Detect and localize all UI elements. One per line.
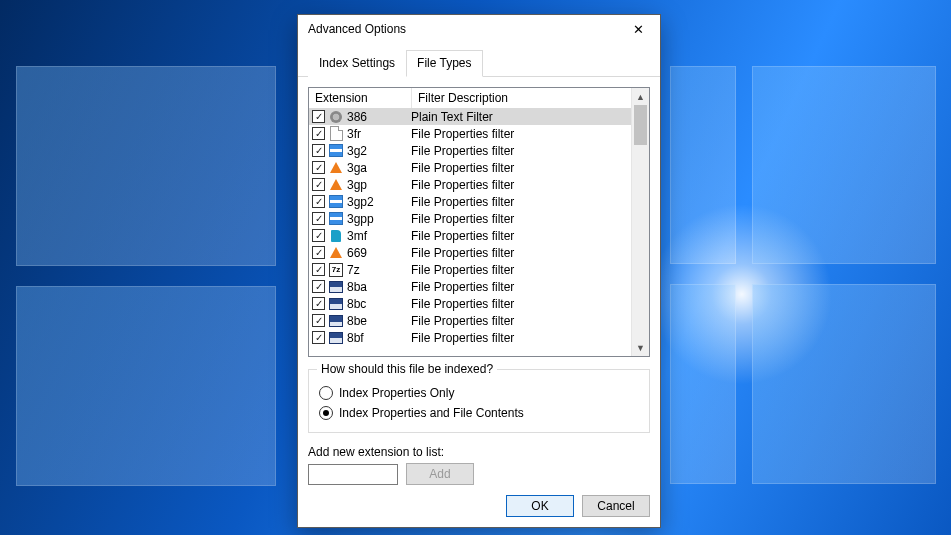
extension-cell: 3gp: [347, 178, 405, 192]
extension-cell: 3mf: [347, 229, 405, 243]
list-rows: ✓386Plain Text Filter✓3frFile Properties…: [309, 108, 631, 346]
checkbox[interactable]: ✓: [312, 331, 325, 344]
table-row[interactable]: ✓8bcFile Properties filter: [309, 295, 631, 312]
button-label: Cancel: [597, 499, 634, 513]
file-types-list[interactable]: Extension Filter Description ✓386Plain T…: [308, 87, 650, 357]
ok-button[interactable]: OK: [506, 495, 574, 517]
tab-label: File Types: [417, 56, 471, 70]
desktop-background: Advanced Options ✕ Index Settings File T…: [0, 0, 951, 535]
column-header-extension[interactable]: Extension: [309, 88, 412, 108]
description-cell: File Properties filter: [405, 314, 631, 328]
file-type-icon: [328, 297, 344, 311]
description-cell: File Properties filter: [405, 280, 631, 294]
description-cell: File Properties filter: [405, 195, 631, 209]
bg-pane: [16, 66, 276, 266]
checkbox[interactable]: ✓: [312, 144, 325, 157]
radio-label: Index Properties Only: [339, 386, 454, 400]
tab-content: Extension Filter Description ✓386Plain T…: [298, 77, 660, 485]
scroll-thumb[interactable]: [634, 105, 647, 145]
file-type-icon: [328, 280, 344, 294]
file-type-icon: [328, 110, 344, 124]
file-type-icon: [328, 212, 344, 226]
checkbox[interactable]: ✓: [312, 229, 325, 242]
radio-properties-only[interactable]: Index Properties Only: [319, 386, 639, 400]
cancel-button[interactable]: Cancel: [582, 495, 650, 517]
checkbox[interactable]: ✓: [312, 178, 325, 191]
extension-cell: 386: [347, 110, 405, 124]
file-type-icon: [328, 314, 344, 328]
checkbox[interactable]: ✓: [312, 263, 325, 276]
extension-cell: 8be: [347, 314, 405, 328]
column-header-description[interactable]: Filter Description: [412, 88, 631, 108]
table-row[interactable]: ✓386Plain Text Filter: [309, 108, 631, 125]
scroll-down-arrow-icon[interactable]: ▼: [632, 339, 649, 356]
extension-cell: 3gp2: [347, 195, 405, 209]
description-cell: File Properties filter: [405, 178, 631, 192]
checkbox[interactable]: ✓: [312, 280, 325, 293]
tab-index-settings[interactable]: Index Settings: [308, 50, 406, 77]
checkbox[interactable]: ✓: [312, 212, 325, 225]
table-row[interactable]: ✓7z7zFile Properties filter: [309, 261, 631, 278]
extension-cell: 8bc: [347, 297, 405, 311]
table-row[interactable]: ✓8bfFile Properties filter: [309, 329, 631, 346]
add-extension-input[interactable]: [308, 464, 398, 485]
checkbox[interactable]: ✓: [312, 314, 325, 327]
radio-label: Index Properties and File Contents: [339, 406, 524, 420]
description-cell: Plain Text Filter: [405, 110, 631, 124]
tab-strip: Index Settings File Types: [298, 43, 660, 77]
file-type-icon: [328, 144, 344, 158]
button-label: Add: [429, 467, 450, 481]
table-row[interactable]: ✓3gppFile Properties filter: [309, 210, 631, 227]
bg-pane: [16, 286, 276, 486]
add-extension-label: Add new extension to list:: [308, 445, 650, 459]
window-title: Advanced Options: [308, 22, 618, 36]
index-mode-group: How should this file be indexed? Index P…: [308, 369, 650, 433]
dialog-footer: OK Cancel: [298, 485, 660, 527]
extension-cell: 8ba: [347, 280, 405, 294]
file-type-icon: [328, 246, 344, 260]
add-button[interactable]: Add: [406, 463, 474, 485]
checkbox[interactable]: ✓: [312, 297, 325, 310]
table-row[interactable]: ✓3gpFile Properties filter: [309, 176, 631, 193]
table-row[interactable]: ✓3frFile Properties filter: [309, 125, 631, 142]
file-type-icon: [328, 195, 344, 209]
table-row[interactable]: ✓8beFile Properties filter: [309, 312, 631, 329]
bg-pane: [670, 66, 736, 264]
extension-cell: 3g2: [347, 144, 405, 158]
tab-file-types[interactable]: File Types: [406, 50, 482, 77]
vertical-scrollbar[interactable]: ▲ ▼: [631, 88, 649, 356]
advanced-options-dialog: Advanced Options ✕ Index Settings File T…: [297, 14, 661, 528]
bg-pane: [752, 284, 936, 484]
list-inner: Extension Filter Description ✓386Plain T…: [309, 88, 631, 356]
bg-pane: [670, 284, 736, 484]
radio-properties-and-contents[interactable]: Index Properties and File Contents: [319, 406, 639, 420]
checkbox[interactable]: ✓: [312, 246, 325, 259]
file-type-icon: [328, 127, 344, 141]
close-button[interactable]: ✕: [618, 15, 658, 43]
button-label: OK: [531, 499, 548, 513]
close-icon: ✕: [633, 22, 644, 37]
table-row[interactable]: ✓3g2File Properties filter: [309, 142, 631, 159]
file-type-icon: [328, 331, 344, 345]
checkbox[interactable]: ✓: [312, 110, 325, 123]
file-type-icon: [328, 161, 344, 175]
tab-label: Index Settings: [319, 56, 395, 70]
description-cell: File Properties filter: [405, 127, 631, 141]
description-cell: File Properties filter: [405, 246, 631, 260]
table-row[interactable]: ✓3gp2File Properties filter: [309, 193, 631, 210]
titlebar: Advanced Options ✕: [298, 15, 660, 43]
table-row[interactable]: ✓3gaFile Properties filter: [309, 159, 631, 176]
description-cell: File Properties filter: [405, 161, 631, 175]
checkbox[interactable]: ✓: [312, 127, 325, 140]
file-type-icon: [328, 229, 344, 243]
description-cell: File Properties filter: [405, 144, 631, 158]
scroll-up-arrow-icon[interactable]: ▲: [632, 88, 649, 105]
group-title: How should this file be indexed?: [317, 362, 497, 376]
table-row[interactable]: ✓3mfFile Properties filter: [309, 227, 631, 244]
table-row[interactable]: ✓669File Properties filter: [309, 244, 631, 261]
checkbox[interactable]: ✓: [312, 161, 325, 174]
description-cell: File Properties filter: [405, 229, 631, 243]
file-type-icon: [328, 178, 344, 192]
table-row[interactable]: ✓8baFile Properties filter: [309, 278, 631, 295]
checkbox[interactable]: ✓: [312, 195, 325, 208]
